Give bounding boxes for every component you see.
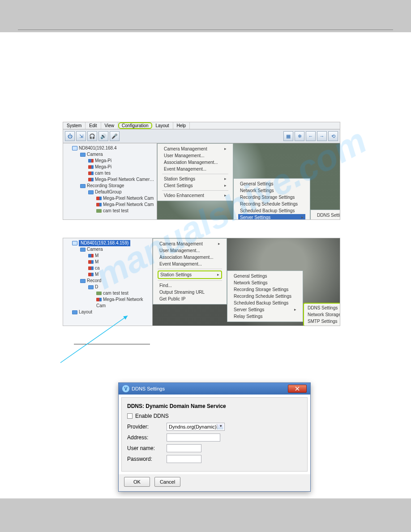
menu-item[interactable]: Find... (158, 282, 222, 289)
tree-node[interactable]: Camera (65, 151, 155, 158)
password-input[interactable] (167, 455, 201, 463)
tree-node[interactable]: cam test test (65, 208, 155, 214)
device-tree: ND8401(192.168.4 CameraMega-PiMega-Picam… (63, 143, 157, 219)
camg-icon (96, 292, 102, 295)
enable-ddns-checkbox[interactable] (127, 413, 133, 419)
menubar: SystemEditViewConfigurationLayoutHelp (63, 122, 340, 129)
callout-arrow-icon (51, 313, 137, 367)
address-input[interactable] (167, 433, 220, 442)
tree-node[interactable]: cam tes (65, 170, 155, 176)
forward-icon[interactable]: → (317, 131, 327, 141)
menu-item[interactable]: User Management... (158, 247, 222, 254)
menu-view[interactable]: View (101, 122, 119, 129)
rotate-icon[interactable]: ⟲ (328, 131, 338, 141)
menu-configuration[interactable]: Configuration (118, 122, 152, 129)
menu-item[interactable]: Camera Management (158, 240, 222, 247)
menu-item[interactable]: Network Settings (238, 187, 305, 194)
menu-item[interactable]: Network Settings (232, 279, 298, 286)
screenshot-menubar-configuration: SystemEditViewConfigurationLayoutHelp ⏻⇲… (63, 122, 340, 220)
menu-item[interactable]: Network Storage Server Settings (315, 219, 340, 219)
menu-item[interactable]: User Management... (162, 152, 228, 159)
tree-node[interactable]: M (65, 271, 150, 278)
tree-node[interactable]: M (65, 259, 150, 265)
menu-item[interactable]: Recording Schedule Settings (238, 201, 305, 207)
menu-item[interactable]: Server Settings (232, 306, 298, 313)
tree-node[interactable]: Mega-Pi (65, 164, 155, 170)
username-input[interactable] (167, 444, 201, 452)
export-icon[interactable]: ⇲ (76, 131, 86, 141)
fold-icon (80, 248, 86, 252)
tree-node[interactable]: D (65, 284, 150, 290)
back-icon[interactable]: ← (306, 131, 316, 141)
provider-label: Provider: (127, 424, 167, 430)
fold-icon (80, 153, 86, 157)
menu-item[interactable]: Network Storage Server Settings (306, 311, 340, 318)
tree-node[interactable]: Camera (65, 246, 150, 253)
monitor-icon (72, 241, 77, 245)
tree-node[interactable]: Mega-Pixel Network Cam (65, 195, 155, 202)
tree-node[interactable]: Mega-Pixel Network Cam (65, 296, 150, 309)
menu-edit[interactable]: Edit (86, 122, 101, 129)
menu-item[interactable]: Recording Schedule Settings (232, 293, 298, 300)
menu-item[interactable]: Output Streaming URL (158, 289, 222, 296)
fold-icon (88, 285, 94, 289)
camr-icon (88, 266, 94, 270)
camr-icon (96, 197, 102, 200)
grid-icon[interactable]: ▦ (283, 131, 293, 141)
device-tree: ND8401(192.168.4.159) CameraMMcaMRecordD… (63, 238, 153, 326)
provider-select[interactable]: Dyndns.org(Dynamic) (167, 423, 225, 431)
menu-help[interactable]: Help (173, 122, 190, 129)
tree-node[interactable]: Mega-Pi (65, 158, 155, 164)
menu-item[interactable]: Client Settings (162, 182, 228, 189)
cancel-button[interactable]: Cancel (154, 477, 180, 487)
menu-item[interactable]: Relay Settings (232, 313, 298, 320)
power-icon[interactable]: ⏻ (65, 131, 75, 141)
tree-node[interactable]: Record (65, 278, 150, 284)
menu-item[interactable]: Association Management... (162, 159, 228, 166)
menu-item[interactable]: General Settings (238, 180, 305, 187)
camg-icon (96, 209, 102, 213)
tree-root-selected[interactable]: ND8401(192.168.4.159) (79, 240, 130, 246)
tree-node[interactable]: Mega-Pixel Network Camera(s) (65, 176, 155, 183)
menu-item[interactable]: Camera Management (162, 146, 228, 152)
headphones-icon[interactable]: 🎧 (87, 131, 97, 141)
menu-item[interactable]: Event Management... (158, 261, 222, 267)
menu-item[interactable]: Station Settings (162, 176, 228, 182)
menu-item[interactable]: Association Management... (158, 254, 222, 261)
ok-button[interactable]: OK (124, 477, 150, 487)
toolbar: ⏻⇲🎧🔊🎤▦❄←→⟲ (63, 129, 340, 143)
menu-item[interactable]: Recording Storage Settings (238, 194, 305, 201)
menu-item[interactable]: Server Settings (238, 214, 305, 219)
menu-item[interactable]: DDNS Settings (306, 305, 340, 311)
menu-item[interactable]: Video Enhancement (162, 192, 228, 199)
tree-node[interactable]: M (65, 253, 150, 259)
tree-node[interactable]: cam test test (65, 290, 150, 296)
server-settings-submenu-highlighted: DDNS SettingsNetwork Storage Server Sett… (303, 303, 340, 326)
tree-node[interactable]: Recording Storage (65, 183, 155, 189)
menu-item[interactable]: Station Settings (158, 270, 222, 279)
menu-item[interactable]: Scheduled Backup Settings (232, 300, 298, 306)
menu-system[interactable]: System (63, 122, 86, 129)
menu-layout[interactable]: Layout (152, 122, 173, 129)
menu-item[interactable]: DDNS Settings (315, 212, 340, 219)
menu-item[interactable]: Get Public IP (158, 296, 222, 302)
station-context-menu: Camera ManagementUser Management...Assoc… (153, 238, 227, 305)
menu-item[interactable]: General Settings (232, 273, 298, 279)
enable-ddns-label: Enable DDNS (135, 413, 169, 419)
menu-item[interactable]: Event Management... (162, 166, 228, 172)
tree-node[interactable]: DefaultGroup (65, 189, 155, 195)
cam-icon (88, 159, 94, 163)
tree-root[interactable]: ND8401(192.168.4 (79, 146, 117, 150)
speaker-icon[interactable]: 🔊 (98, 131, 108, 141)
ddns-settings-dialog: V DDNS Settings DDNS: Dynamic Domain Nam… (118, 382, 311, 492)
mic-icon[interactable]: 🎤 (110, 131, 120, 141)
menu-item[interactable]: Scheduled Backup Settings (238, 207, 305, 214)
dialog-title: DDNS Settings (132, 386, 165, 391)
close-button[interactable] (288, 385, 307, 393)
tree-node[interactable]: Mega-Pixel Network Cam (65, 202, 155, 208)
menu-item[interactable]: SMTP Settings (306, 318, 340, 325)
tree-node[interactable]: ca (65, 265, 150, 271)
dialog-titlebar: V DDNS Settings (119, 383, 310, 395)
menu-item[interactable]: Recording Storage Settings (232, 286, 298, 293)
snowflake-icon[interactable]: ❄ (295, 131, 304, 141)
